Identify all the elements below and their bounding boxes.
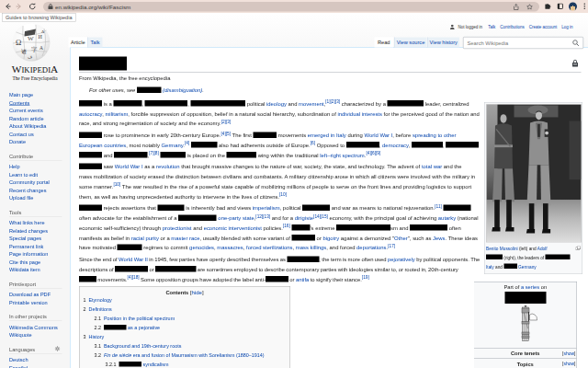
svg-text:字: 字 xyxy=(31,46,38,52)
svg-text:A: A xyxy=(40,45,43,51)
svg-text:诸: 诸 xyxy=(21,49,27,55)
svg-text:Ω: Ω xyxy=(16,38,21,47)
svg-text:W: W xyxy=(28,35,34,42)
svg-text:ف: ف xyxy=(28,55,32,60)
svg-text:И: И xyxy=(39,34,43,40)
